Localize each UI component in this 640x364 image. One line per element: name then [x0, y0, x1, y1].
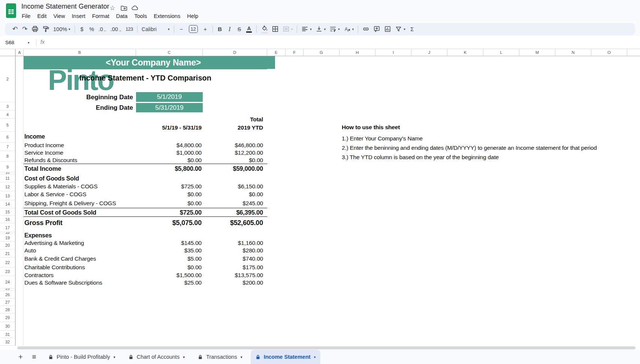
column-header-h[interactable]: H	[339, 49, 375, 56]
cell-D30[interactable]: $175.00	[203, 263, 263, 272]
borders-button[interactable]	[270, 24, 281, 34]
fill-color-button[interactable]	[259, 24, 270, 34]
all-sheets-button[interactable]: ≡	[28, 351, 40, 363]
italic-button[interactable]: I	[225, 24, 235, 34]
format-currency-button[interactable]: $	[77, 24, 87, 34]
row-header-32[interactable]: 32	[0, 338, 15, 346]
chevron-down-icon[interactable]: ▾	[314, 355, 316, 359]
cell-D17[interactable]: $59,000.00	[203, 164, 263, 173]
font-size-input[interactable]: 12	[186, 24, 200, 34]
sheet-tab-chart-of-accounts[interactable]: Chart of Accounts▾	[124, 350, 189, 364]
cell-B22[interactable]: Shipping, Freight & Delivery - COGS	[24, 198, 116, 208]
cell-C14[interactable]: $4,800.00	[136, 141, 202, 149]
sheets-icon[interactable]	[6, 3, 16, 18]
cell-D15[interactable]: $12,200.00	[203, 149, 263, 157]
cell-C24[interactable]: $5,075.00	[136, 217, 202, 229]
row-header-12[interactable]: 12	[0, 182, 15, 191]
insert-chart-button[interactable]	[382, 24, 393, 34]
cell-D23[interactable]: $6,395.00	[203, 208, 263, 217]
row-header-24[interactable]: 24	[0, 276, 15, 288]
row-header-25[interactable]: 25	[0, 288, 15, 291]
menu-insert[interactable]: Insert	[69, 11, 89, 21]
cell-D21[interactable]: $0.00	[203, 190, 263, 198]
insert-link-button[interactable]	[360, 24, 371, 34]
select-all-corner[interactable]	[0, 49, 16, 56]
company-name-banner[interactable]: <Your Company Name>	[31, 56, 275, 69]
row-header-28[interactable]: 28	[0, 306, 15, 313]
cell-C21[interactable]: $0.00	[136, 190, 202, 198]
fx-icon[interactable]: fx	[40, 39, 45, 45]
row-header-20[interactable]: 20	[0, 242, 15, 249]
cell-D22[interactable]: $245.00	[203, 198, 263, 208]
cell-B16[interactable]: Refunds & Discounts	[24, 157, 77, 164]
bold-button[interactable]: B	[215, 24, 225, 34]
cell-B29[interactable]: Bank & Credit Card Charges	[24, 254, 96, 263]
cell-B24[interactable]: Gross Profit	[24, 217, 63, 229]
row-header-7[interactable]: 7	[0, 143, 15, 151]
name-box[interactable]: S68 ▾	[0, 36, 36, 49]
sheet-tab-income-statement[interactable]: Income Statement▾	[251, 350, 320, 364]
cell-B32[interactable]: Dues & Software Subscriptions	[24, 279, 102, 286]
column-header-o[interactable]: O	[591, 49, 627, 56]
increase-decimal-button[interactable]: .00→	[109, 24, 124, 34]
row-header-11[interactable]: 11	[0, 175, 15, 182]
horizontal-scrollbar[interactable]	[17, 346, 636, 349]
more-formats-button[interactable]: 123	[124, 24, 135, 34]
vertical-align-button[interactable]: ▾	[314, 24, 328, 34]
row-header-5[interactable]: 5	[0, 119, 15, 132]
menu-file[interactable]: File	[18, 11, 34, 21]
cell-D12[interactable]: 2019 YTD	[203, 123, 263, 132]
cell-B14[interactable]: Product Income	[24, 141, 64, 149]
decrease-font-size-button[interactable]: −	[176, 24, 186, 34]
column-header-g[interactable]: G	[304, 49, 339, 56]
cell-C28[interactable]: $35.00	[136, 247, 202, 254]
row-header-15[interactable]: 15	[0, 208, 15, 216]
row-header-21[interactable]: 21	[0, 249, 15, 258]
document-title[interactable]: Income Statement Generator	[21, 3, 109, 10]
row-header-14[interactable]: 14	[0, 200, 15, 208]
cell-D29[interactable]: $740.00	[203, 254, 263, 263]
column-header-c[interactable]: C	[136, 49, 203, 56]
text-wrap-button[interactable]: ▾	[327, 24, 342, 34]
print-button[interactable]	[30, 24, 40, 34]
row-header-6[interactable]: 6	[0, 132, 15, 143]
cell-D11[interactable]: Total	[203, 115, 263, 123]
chevron-down-icon[interactable]: ▾	[241, 355, 242, 359]
format-percent-button[interactable]: %	[87, 24, 97, 34]
add-sheet-button[interactable]: +	[15, 351, 26, 363]
filter-button[interactable]: ▾	[393, 24, 407, 34]
statement-title[interactable]: Income Statement - YTD Comparison	[24, 73, 267, 84]
cloud-saved-icon[interactable]	[131, 4, 139, 12]
cell-D20[interactable]: $6,150.00	[203, 182, 263, 190]
chevron-down-icon[interactable]: ▾	[114, 355, 115, 359]
cell-B23[interactable]: Total Cost of Goods Sold	[24, 208, 96, 217]
column-header-f[interactable]: F	[286, 49, 304, 56]
text-rotation-button[interactable]: A▾	[342, 24, 356, 34]
cell-B13[interactable]: Income	[24, 132, 45, 141]
cell-C30[interactable]: $0.00	[136, 263, 202, 272]
cell-C16[interactable]: $0.00	[136, 157, 202, 164]
cell-B15[interactable]: Service Income	[24, 149, 63, 157]
ending-date-cell[interactable]: 5/31/2019	[136, 103, 203, 112]
insert-comment-button[interactable]	[371, 24, 382, 34]
cell-C15[interactable]: $1,000.00	[136, 149, 202, 157]
row-header-17[interactable]: 17	[0, 223, 15, 232]
row-header-2[interactable]: 2	[0, 56, 15, 102]
row-header-4[interactable]: 4	[0, 110, 15, 119]
cell-B27[interactable]: Advertising & Marketing	[24, 239, 84, 247]
cell-C32[interactable]: $25.00	[136, 279, 202, 286]
row-header-27[interactable]: 27	[0, 298, 15, 306]
row-header-19[interactable]: 19	[0, 234, 15, 242]
row-header-30[interactable]: 30	[0, 322, 15, 331]
increase-font-size-button[interactable]: +	[200, 24, 210, 34]
cell-D14[interactable]: $46,800.00	[203, 141, 263, 149]
row-header-16[interactable]: 16	[0, 216, 15, 223]
strikethrough-button[interactable]: S	[235, 24, 244, 34]
move-folder-icon[interactable]	[120, 4, 127, 12]
menu-view[interactable]: View	[50, 11, 68, 21]
cell-C22[interactable]: $0.00	[136, 198, 202, 208]
column-header-e[interactable]: E	[267, 49, 286, 56]
cell-C17[interactable]: $5,800.00	[136, 164, 202, 173]
text-color-button[interactable]: A	[244, 24, 254, 34]
redo-button[interactable]: ↷	[20, 24, 30, 34]
